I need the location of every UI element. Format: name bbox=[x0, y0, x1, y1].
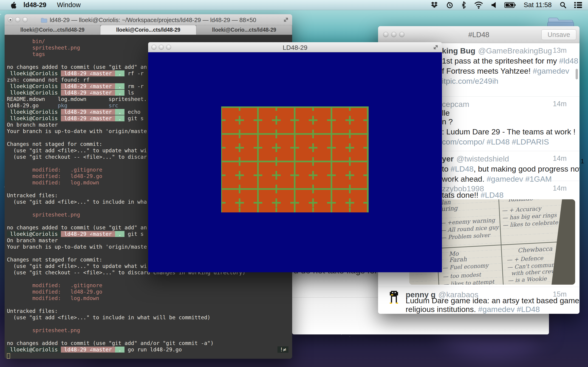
close-button[interactable] bbox=[151, 45, 156, 50]
dropbox-icon[interactable] bbox=[431, 1, 438, 9]
zoom-button[interactable] bbox=[399, 32, 405, 37]
tweet-text-line: to #LD48, but making good progress now. bbox=[442, 165, 579, 173]
hashtag-link[interactable]: itpic.com/e249ih bbox=[442, 77, 498, 85]
minimize-button[interactable] bbox=[15, 17, 20, 22]
terminal-line: modified: .gitignore bbox=[7, 282, 292, 289]
terminal-line: modified: ld48-29.go bbox=[7, 289, 292, 295]
tweet-text-line: religious institutions. #gamedev #LD48 bbox=[406, 305, 540, 314]
star bbox=[350, 336, 350, 337]
hashtag-link[interactable]: #gamedev bbox=[478, 305, 515, 314]
zoom-button[interactable] bbox=[23, 17, 27, 22]
tweet-text-line: : Ludum Dare 29 - The teams at work ! bbox=[442, 127, 575, 136]
handwritten-note: Ronaldo bbox=[508, 199, 533, 203]
tweet[interactable]: penny g@karabaos15mLudum Dare game idea:… bbox=[378, 287, 579, 314]
tweet-author-handle[interactable]: @GameBreakingBug bbox=[478, 46, 552, 55]
tweet-header: yer@twistedshield bbox=[442, 154, 509, 163]
terminal-window-title: ld48-29 — lloeki@Coriolis: ~/Workspace/p… bbox=[50, 17, 256, 24]
handwritten-note: — + Defence bbox=[506, 255, 543, 263]
terminal-line bbox=[7, 334, 292, 340]
terminal-tab-3[interactable]: lloeki@Corio...cts/ld48-29 bbox=[196, 25, 292, 35]
hashtag-link[interactable]: #LD48 bbox=[517, 305, 540, 314]
terminal-line: spritesheet.png bbox=[7, 327, 292, 334]
fullscreen-icon[interactable] bbox=[433, 44, 439, 50]
terminal-tab-2[interactable]: lloeki@Corio...cts/ld48-29 bbox=[100, 25, 196, 35]
tweet-timestamp: 13m bbox=[553, 46, 567, 55]
bluetooth-icon[interactable] bbox=[461, 1, 466, 9]
tweet-author-name[interactable]: yer bbox=[442, 154, 454, 163]
terminal-line: no changes added to commit (use "git add… bbox=[7, 340, 292, 346]
menu-bar: ld48-29 Window bbox=[0, 0, 588, 10]
tweet-text-line: Ludum Dare game idea: an artsy text base… bbox=[406, 296, 579, 305]
volume-icon[interactable] bbox=[491, 2, 497, 8]
spotlight-icon[interactable] bbox=[560, 2, 566, 8]
desktop-stray-label: 1 bbox=[581, 158, 584, 165]
terminal-cursor-line bbox=[7, 353, 292, 359]
tweet-text-line: n ? bbox=[442, 117, 453, 126]
tweet-text-line: lle bbox=[442, 108, 450, 117]
star bbox=[2, 100, 2, 101]
prompt-status-badge: !≠ bbox=[277, 346, 288, 353]
tweet-header: cepcam bbox=[442, 100, 469, 109]
hashtag-link[interactable]: com/compo/ #LD48 #LDPARIS bbox=[442, 137, 549, 146]
tweet-text-line: f Fortress meets Yahtzee! #gamedev bbox=[442, 67, 569, 75]
window-menu[interactable]: Window bbox=[57, 1, 81, 9]
tweet-text-line: 1st pass at the spritesheet for my #ld48… bbox=[442, 56, 579, 65]
close-button[interactable] bbox=[383, 32, 389, 37]
tweet-timestamp: 14m bbox=[553, 100, 567, 108]
fullscreen-icon[interactable] bbox=[283, 17, 289, 23]
terminal-line: modified: log.mdown bbox=[7, 295, 292, 301]
terminal-tab-bar: lloeki@Corio...cts/ld48-29lloeki@Corio..… bbox=[5, 25, 292, 35]
game-titlebar[interactable]: LD48-29 bbox=[148, 42, 442, 52]
tweet-timestamp: 14m bbox=[553, 184, 567, 192]
terminal-cursor bbox=[7, 353, 10, 359]
handwritten-note: Chewbacca bbox=[518, 245, 552, 254]
tweet-author-handle[interactable]: cepcam bbox=[442, 100, 469, 108]
tweet-timestamp: 14m bbox=[553, 154, 567, 163]
avatar[interactable] bbox=[386, 290, 401, 305]
terminal-line bbox=[7, 301, 292, 308]
tweet-author-handle[interactable]: @twistedshield bbox=[456, 154, 509, 163]
proxy-folder-icon bbox=[41, 17, 48, 23]
star bbox=[341, 334, 342, 335]
tweet-author-name[interactable]: king Bug bbox=[442, 46, 475, 55]
terminal-line bbox=[7, 321, 292, 327]
tweet-text-line: com/compo/ #LD48 #LDPARIS bbox=[442, 137, 549, 146]
menu-clock[interactable]: Sat 11:58 bbox=[524, 1, 552, 9]
hashtag-link[interactable]: #gamedev bbox=[533, 67, 569, 75]
close-button[interactable] bbox=[8, 17, 13, 22]
handwritten-note: — Fuel economy bbox=[442, 262, 489, 271]
terminal-line: Untracked files: bbox=[7, 308, 292, 314]
terminal-line bbox=[7, 276, 292, 282]
twitter-titlebar[interactable]: #LD48 Unsave bbox=[378, 26, 579, 43]
time-machine-icon[interactable] bbox=[446, 1, 453, 9]
handwritten-note: — + Accuracy bbox=[502, 205, 541, 214]
hashtag-link[interactable]: #ld48 bbox=[559, 56, 578, 65]
zoom-button[interactable] bbox=[166, 45, 171, 50]
game-window: LD48-29 bbox=[148, 42, 442, 272]
unsave-button[interactable]: Unsave bbox=[541, 29, 576, 40]
game-window-title: LD48-29 bbox=[148, 44, 442, 51]
hashtag-link[interactable]: #LD48 bbox=[481, 191, 503, 199]
active-app-menu[interactable]: ld48-29 bbox=[23, 1, 46, 9]
terminal-line: (use "git add <file>..." to include in w… bbox=[7, 314, 292, 321]
apple-menu-icon[interactable] bbox=[9, 1, 17, 9]
terminal-titlebar[interactable]: ld48-29 — lloeki@Coriolis: ~/Workspace/p… bbox=[5, 14, 292, 25]
battery-icon[interactable] bbox=[504, 2, 516, 8]
wifi-icon[interactable] bbox=[474, 1, 483, 9]
handwritten-note: — likes to attempt bbox=[443, 278, 494, 285]
tweet-header: king Bug@GameBreakingBug bbox=[442, 46, 552, 55]
minimize-button[interactable] bbox=[159, 45, 164, 50]
tweet-text-line: itpic.com/e249ih bbox=[442, 77, 498, 85]
handwritten-note: Farah bbox=[449, 256, 467, 263]
game-canvas bbox=[148, 52, 442, 272]
spritesheet-grid bbox=[221, 106, 369, 221]
minimize-button[interactable] bbox=[391, 32, 397, 37]
handwritten-note: — Problem solver bbox=[441, 232, 490, 241]
twitter-scrollbar[interactable] bbox=[576, 69, 578, 79]
tweet-text-line: tats done!! #LD48 bbox=[442, 191, 503, 200]
terminal-line: lloeki@Coriolis ld48-29 ∠master . go run… bbox=[7, 346, 292, 353]
terminal-tab-1[interactable]: lloeki@Corio...cts/ld48-29 bbox=[5, 25, 100, 35]
notification-center-icon[interactable] bbox=[574, 2, 582, 8]
star bbox=[0, 14, 1, 15]
hashtag-link[interactable]: #LD48 bbox=[451, 165, 474, 173]
